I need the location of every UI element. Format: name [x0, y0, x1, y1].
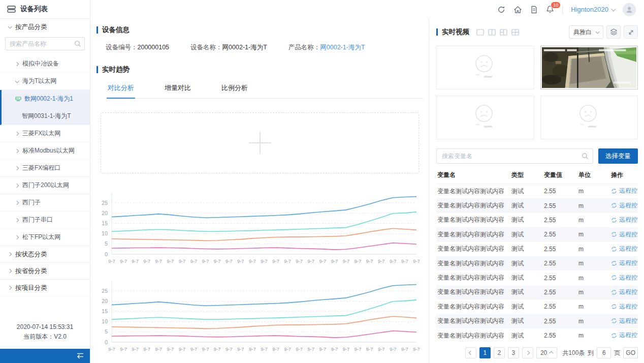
fullscreen-button[interactable]: [624, 25, 638, 39]
video-layout-switcher: [476, 29, 519, 36]
tree-product-item[interactable]: 西门子串口: [0, 211, 90, 229]
remote-control-link[interactable]: 远程控制: [611, 331, 638, 340]
tree-product-item[interactable]: 三菱FX编程口: [0, 160, 90, 177]
layout-4-pane-icon[interactable]: [511, 29, 519, 36]
remote-control-link[interactable]: 远程控制: [611, 288, 638, 296]
pagination: 123 20 共100条 到 页 GO: [436, 347, 638, 358]
table-row: 变量名测试内容测试内容测试2.55m 远程控制: [436, 184, 638, 198]
table-row: 变量名测试内容测试内容测试2.55m 远程控制: [436, 213, 638, 227]
select-variable-button[interactable]: 选择变量: [598, 148, 638, 164]
cell-name: 变量名测试内容测试内容: [436, 201, 511, 210]
video-placeholder-cell[interactable]: [540, 96, 638, 139]
tree-device-item[interactable]: 数网0002-1-海为1: [2, 90, 90, 107]
remote-control-link[interactable]: 远程控制: [611, 201, 638, 210]
tab-3[interactable]: 比例分析: [220, 81, 249, 99]
sidebar-group-item[interactable]: 按项目分类: [0, 280, 90, 296]
remote-control-link[interactable]: 远程控制: [611, 230, 638, 239]
svg-text:9-7: 9-7: [296, 346, 303, 352]
refresh-icon[interactable]: [497, 6, 505, 14]
tree-product-item[interactable]: 西门子: [0, 194, 90, 211]
tab-1[interactable]: 对比分析: [107, 81, 135, 99]
remote-control-icon: [611, 275, 617, 281]
sidebar-group-by-product[interactable]: 按产品分类: [0, 19, 90, 35]
cell-unit: m: [578, 318, 611, 325]
variable-search-input[interactable]: [436, 148, 593, 164]
go-button[interactable]: GO: [623, 347, 638, 358]
chevron-right-icon: [526, 351, 530, 355]
remote-control-link[interactable]: 远程控制: [611, 302, 638, 311]
sidebar-collapse-bar[interactable]: [0, 349, 90, 363]
video-cell[interactable]: [540, 46, 638, 89]
page-size-select[interactable]: 20: [536, 347, 557, 358]
topbar: 10 Hignton2020: [90, 0, 644, 19]
layers-button[interactable]: [606, 25, 621, 39]
svg-text:9-7: 9-7: [249, 258, 256, 264]
trend-tabs: 对比分析增量对比比例分析: [107, 81, 424, 99]
remote-control-link[interactable]: 远程控制: [611, 245, 638, 253]
remote-control-label: 远程控制: [619, 230, 638, 239]
svg-text:9-7: 9-7: [378, 258, 385, 264]
remote-control-link[interactable]: 远程控制: [611, 274, 638, 282]
search-icon: [582, 153, 589, 160]
tree-product-item[interactable]: 模拟中冶设备: [0, 55, 90, 73]
svg-text:9-7: 9-7: [272, 346, 279, 352]
remote-control-link[interactable]: 远程控制: [611, 259, 638, 267]
video-grid: [436, 46, 638, 139]
variable-table: 变量名 类型 变量值 单位 操作 变量名测试内容测试内容测试2.55m 远程控制…: [436, 167, 638, 343]
svg-text:5: 5: [105, 328, 108, 335]
jump-page-input[interactable]: [597, 347, 611, 358]
cell-name: 变量名测试内容测试内容: [436, 187, 511, 196]
remote-control-label: 远程控制: [619, 201, 638, 210]
user-menu[interactable]: Hignton2020: [571, 6, 615, 13]
add-variable-dropzone[interactable]: [101, 112, 419, 173]
layout-1-pane-icon[interactable]: [476, 29, 484, 36]
remote-control-link[interactable]: 远程控制: [611, 216, 638, 224]
section-bar: [96, 26, 98, 34]
svg-text:9-7: 9-7: [366, 346, 373, 352]
video-placeholder-cell[interactable]: [436, 96, 534, 139]
document-icon[interactable]: [530, 6, 538, 14]
page-button-1[interactable]: 1: [479, 347, 491, 358]
home-icon[interactable]: [513, 6, 522, 14]
series-cyan: [112, 212, 416, 231]
tree-product-item[interactable]: 西门子200以太网: [0, 177, 90, 194]
sidebar-group-item[interactable]: 按状态分类: [0, 246, 90, 263]
svg-text:9-7: 9-7: [202, 346, 209, 352]
avatar[interactable]: [623, 3, 636, 16]
cell-action: 远程控制: [611, 245, 638, 254]
product-search-input[interactable]: [5, 37, 85, 50]
page-button-3[interactable]: 3: [508, 347, 519, 358]
cell-unit: m: [578, 332, 611, 339]
remote-control-link[interactable]: 远程控制: [611, 187, 638, 195]
tab-2[interactable]: 增量对比: [164, 81, 192, 99]
tree-device-item[interactable]: 智网0031-1-海为T: [2, 107, 90, 125]
video-placeholder-cell[interactable]: [436, 46, 534, 89]
tree-product-item[interactable]: 海为T以太网: [0, 73, 90, 90]
theme-select[interactable]: 典雅白: [569, 25, 603, 39]
product-name-link[interactable]: 网0002-1-海为T: [320, 44, 365, 51]
tree-product-item[interactable]: 三菱FX以太网: [0, 125, 90, 142]
tree-product-item[interactable]: 松下FP以太网: [0, 229, 90, 246]
svg-text:9-7: 9-7: [132, 346, 139, 352]
tree-product-item[interactable]: 标准Modbus以太网: [0, 142, 90, 160]
prev-page-button[interactable]: [465, 347, 476, 358]
svg-text:9-7: 9-7: [307, 346, 314, 352]
layout-3-pane-icon[interactable]: [500, 29, 507, 36]
svg-text:9-7: 9-7: [261, 346, 268, 352]
next-page-button[interactable]: [522, 347, 533, 358]
cell-value: 2.55: [544, 275, 578, 282]
sidebar-group-item[interactable]: 按省份分类: [0, 263, 90, 280]
svg-text:9-7: 9-7: [226, 346, 233, 352]
notification-bell-icon[interactable]: 10: [546, 5, 554, 14]
tree-product-label: 三菱FX编程口: [22, 164, 60, 172]
sidebar-timestamp: 2020-07-14 15:53:31: [0, 322, 90, 332]
page-button-2[interactable]: 2: [494, 347, 505, 358]
layout-2-pane-icon[interactable]: [488, 29, 496, 36]
sidebar-group-label: 按项目分类: [15, 284, 47, 292]
remote-control-icon: [611, 246, 617, 252]
remote-control-link[interactable]: 远程控制: [611, 317, 638, 325]
device-name-field: 设备名称：网0002-1-海为T: [190, 43, 267, 52]
table-row: 变量名测试内容测试内容测试2.55m 远程控制: [436, 256, 638, 270]
cell-unit: m: [578, 217, 611, 224]
cell-unit: m: [578, 275, 611, 282]
